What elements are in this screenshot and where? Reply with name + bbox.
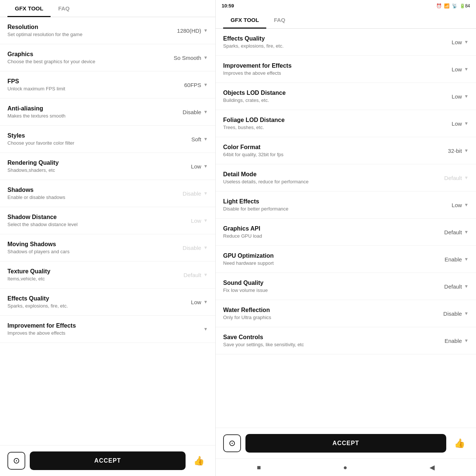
setting-control[interactable]: Enable▼ xyxy=(424,338,469,344)
dropdown-arrow-icon[interactable]: ▼ xyxy=(464,257,469,262)
dropdown-arrow-icon[interactable]: ▼ xyxy=(203,299,208,305)
dropdown-arrow-icon[interactable]: ▼ xyxy=(203,327,208,332)
setting-desc: Reduce GPU load xyxy=(223,233,424,239)
right-accept-button[interactable]: ACCEPT xyxy=(245,434,446,453)
setting-label-group: Anti-aliasingMakes the textures smooth xyxy=(7,105,163,119)
setting-control[interactable]: Default▼ xyxy=(424,175,469,181)
setting-control[interactable]: Disable▼ xyxy=(163,245,208,251)
right-panel: 10:59 ⏰ 📶 📡 🔋84 GFX TOOL FAQ Effects Qua… xyxy=(216,0,476,476)
dropdown-arrow-icon[interactable]: ▼ xyxy=(203,245,208,250)
dropdown-arrow-icon[interactable]: ▼ xyxy=(464,202,469,208)
left-instagram-button[interactable]: ⊙ xyxy=(7,452,25,470)
right-instagram-button[interactable]: ⊙ xyxy=(223,434,241,452)
dropdown-arrow-icon[interactable]: ▼ xyxy=(203,272,208,277)
dropdown-arrow-icon[interactable]: ▼ xyxy=(464,338,469,343)
setting-control[interactable]: So Smooth▼ xyxy=(163,55,208,61)
setting-value: Low xyxy=(452,120,462,127)
setting-control[interactable]: Low▼ xyxy=(163,218,208,224)
left-accept-button[interactable]: ACCEPT xyxy=(30,451,186,470)
setting-desc: Items,vehicle, etc xyxy=(7,276,163,282)
left-like-button[interactable]: 👍 xyxy=(190,452,208,470)
dropdown-arrow-icon[interactable]: ▼ xyxy=(464,311,469,316)
left-setting-item: StylesChoose your favorite color filterS… xyxy=(0,126,215,153)
nav-square-button[interactable]: ■ xyxy=(257,464,261,472)
setting-control[interactable]: Default▼ xyxy=(424,229,469,235)
setting-title: Sound Quality xyxy=(223,280,424,286)
setting-value: 60FPS xyxy=(184,82,201,88)
dropdown-arrow-icon[interactable]: ▼ xyxy=(464,175,469,180)
dropdown-arrow-icon[interactable]: ▼ xyxy=(203,191,208,196)
dropdown-arrow-icon[interactable]: ▼ xyxy=(464,148,469,153)
setting-control[interactable]: Disable▼ xyxy=(424,311,469,317)
setting-value: Disable xyxy=(183,109,201,115)
setting-label-group: Improvement for EffectsImproves the abov… xyxy=(223,62,424,76)
setting-label-group: Water ReflectionOnly for Ultra graphics xyxy=(223,307,424,320)
dropdown-arrow-icon[interactable]: ▼ xyxy=(203,218,208,223)
setting-control[interactable]: 60FPS▼ xyxy=(163,82,208,88)
left-tab-faq[interactable]: FAQ xyxy=(51,0,77,17)
dropdown-arrow-icon[interactable]: ▼ xyxy=(203,82,208,87)
setting-control[interactable]: Low▼ xyxy=(424,39,469,45)
right-setting-item: GPU OptimizationNeed hardware supportEna… xyxy=(216,246,476,273)
setting-label-group: Color Format64bit for quality, 32bit for… xyxy=(223,144,424,157)
setting-control[interactable]: Default▼ xyxy=(424,283,469,290)
dropdown-arrow-icon[interactable]: ▼ xyxy=(203,164,208,169)
setting-value: Low xyxy=(191,163,202,170)
dropdown-arrow-icon[interactable]: ▼ xyxy=(203,55,208,60)
setting-control[interactable]: Low▼ xyxy=(163,299,208,305)
nav-circle-button[interactable]: ● xyxy=(343,464,347,472)
setting-title: Resolution xyxy=(7,24,163,30)
dropdown-arrow-icon[interactable]: ▼ xyxy=(203,28,208,33)
setting-title: Color Format xyxy=(223,144,424,151)
dropdown-arrow-icon[interactable]: ▼ xyxy=(464,67,469,72)
setting-control[interactable]: Low▼ xyxy=(163,163,208,170)
setting-control[interactable]: Disable▼ xyxy=(163,109,208,115)
right-setting-item: Water ReflectionOnly for Ultra graphicsD… xyxy=(216,300,476,327)
setting-value: Low xyxy=(452,39,462,45)
setting-title: Foliage LOD Distance xyxy=(223,117,424,123)
left-setting-item: Improvement for EffectsImproves the abov… xyxy=(0,316,215,343)
setting-value: Soft xyxy=(191,136,201,142)
setting-label-group: Sound QualityFix low volume issue xyxy=(223,280,424,293)
setting-value: Low xyxy=(191,218,202,224)
dropdown-arrow-icon[interactable]: ▼ xyxy=(464,229,469,235)
setting-control[interactable]: 1280(HD)▼ xyxy=(163,28,208,34)
setting-value: Enable xyxy=(444,256,462,263)
setting-label-group: Texture QualityItems,vehicle, etc xyxy=(7,268,163,282)
right-tab-faq[interactable]: FAQ xyxy=(266,12,293,28)
android-nav: ■ ● ◀ xyxy=(216,459,476,476)
dropdown-arrow-icon[interactable]: ▼ xyxy=(464,284,469,289)
right-tab-gfx[interactable]: GFX TOOL xyxy=(223,12,266,28)
left-bottom-bar: ⊙ ACCEPT 👍 xyxy=(0,445,215,476)
setting-control[interactable]: Low▼ xyxy=(424,120,469,127)
nav-back-button[interactable]: ◀ xyxy=(430,463,435,472)
status-bar: 10:59 ⏰ 📶 📡 🔋84 xyxy=(216,0,476,12)
setting-control[interactable]: Default▼ xyxy=(163,272,208,278)
setting-control[interactable]: Low▼ xyxy=(424,93,469,100)
setting-desc: Shadows,shaders, etc xyxy=(7,167,163,173)
setting-value: Disable xyxy=(183,245,201,251)
setting-title: Styles xyxy=(7,132,163,139)
setting-value: 1280(HD) xyxy=(177,28,201,34)
setting-desc: Select the shadow distance level xyxy=(7,222,163,227)
setting-title: Effects Quality xyxy=(7,295,163,302)
setting-control[interactable]: ▼ xyxy=(163,327,208,332)
setting-control[interactable]: Enable▼ xyxy=(424,256,469,263)
dropdown-arrow-icon[interactable]: ▼ xyxy=(464,94,469,99)
setting-value: Disable xyxy=(183,190,201,197)
setting-label-group: GraphicsChoose the best graphics for you… xyxy=(7,51,163,64)
left-tab-gfx[interactable]: GFX TOOL xyxy=(7,0,51,17)
right-like-button[interactable]: 👍 xyxy=(451,434,469,452)
dropdown-arrow-icon[interactable]: ▼ xyxy=(203,136,208,142)
alarm-icon: ⏰ xyxy=(436,3,442,9)
setting-control[interactable]: Disable▼ xyxy=(163,190,208,197)
setting-control[interactable]: Soft▼ xyxy=(163,136,208,142)
dropdown-arrow-icon[interactable]: ▼ xyxy=(464,39,469,45)
setting-desc: Sparks, explosions, fire, etc. xyxy=(223,43,424,49)
setting-control[interactable]: Low▼ xyxy=(424,202,469,208)
right-setting-item: Save ControlsSave your settings, like se… xyxy=(216,327,476,354)
dropdown-arrow-icon[interactable]: ▼ xyxy=(464,121,469,126)
setting-control[interactable]: Low▼ xyxy=(424,66,469,73)
setting-control[interactable]: 32-bit▼ xyxy=(424,148,469,154)
dropdown-arrow-icon[interactable]: ▼ xyxy=(203,109,208,115)
